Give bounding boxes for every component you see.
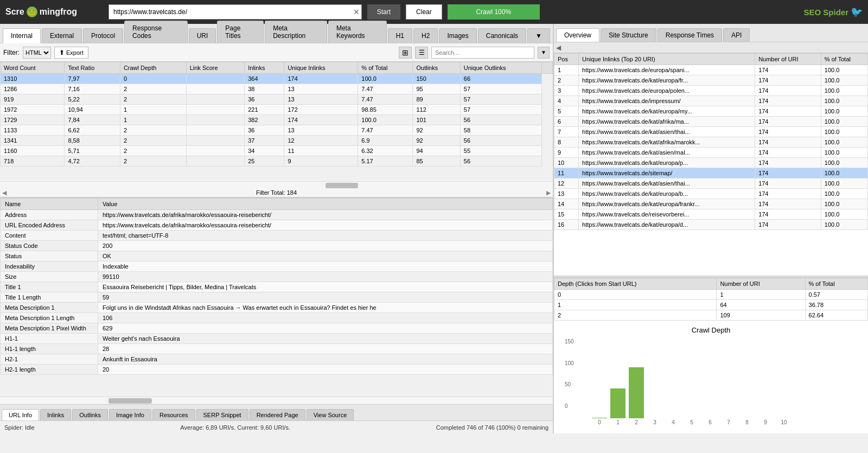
inlinks-row[interactable]: 15https://www.travelcats.de/reisevorbere… [554,209,868,220]
table-row[interactable]: 11336,62236137.479258 [1,125,553,136]
detail-row[interactable]: H1-1 length28 [1,344,553,354]
main-tab-meta-description[interactable]: Meta Description [265,21,327,43]
main-tab-response-codes[interactable]: Response Codes [124,21,188,43]
inlinks-col-pos: Pos [554,54,579,65]
scroll-left-arrow[interactable]: ◀ [2,189,7,196]
bottom-tab-url-info[interactable]: URL Info [2,409,39,420]
inlinks-row[interactable]: 13https://www.travelcats.de/kat/europa/b… [554,189,868,199]
status-center: Average: 6,89 URI/s. Current: 9,60 URI/s… [35,424,436,431]
inlinks-row[interactable]: 3https://www.travelcats.de/europa/polen.… [554,86,868,96]
main-layout: InternalExternalProtocolResponse CodesUR… [0,24,868,433]
url-input[interactable] [108,4,362,20]
inlinks-row[interactable]: 12https://www.travelcats.de/kat/asien/th… [554,178,868,189]
scroll-right-arrow[interactable]: ▶ [546,189,551,196]
search-input[interactable] [431,47,534,59]
detail-table-container: Name Value Addresshttps://www.travelcats… [0,198,553,397]
table-row[interactable]: 17297,841382174100.010156 [1,115,553,125]
bar-label: 6 [709,419,712,425]
y-axis-label: 50 [565,381,574,387]
detail-row[interactable]: H2-1 length20 [1,365,553,375]
bottom-tab-rendered-page[interactable]: Rendered Page [250,409,305,420]
detail-horizontal-scrollbar[interactable] [0,397,553,404]
inlinks-row[interactable]: 1https://www.travelcats.de/europa/spani.… [554,65,868,75]
main-tab-uri[interactable]: URI [189,28,216,43]
data-table: Word CountText RatioCrawl DepthLink Scor… [0,62,553,167]
depth-table-body: 010.5716436.78210962.64 [554,290,868,321]
inlinks-row[interactable]: 10https://www.travelcats.de/kat/europa/p… [554,158,868,168]
col-unique-inlinks: Unique Inlinks [284,62,358,74]
main-tab-▼[interactable]: ▼ [527,28,550,43]
inlinks-row[interactable]: 5https://www.travelcats.de/kat/europa/my… [554,106,868,117]
table-row[interactable]: 11605,71234116.329455 [1,146,553,156]
table-row[interactable]: 12867,16238137.479557 [1,84,553,94]
detail-row[interactable]: Title 1 Length59 [1,292,553,303]
view-toggle-list[interactable]: ☰ [415,47,428,59]
bottom-tab-image-info[interactable]: Image Info [109,409,151,420]
inlinks-row[interactable]: 9https://www.travelcats.de/kat/asien/mal… [554,148,868,158]
detail-row[interactable]: Title 1Essaouira Reisebericht | Tipps, B… [1,282,553,292]
inlinks-row[interactable]: 2https://www.travelcats.de/kat/europa/fr… [554,75,868,86]
horizontal-scrollbar[interactable] [0,181,553,189]
inlinks-row[interactable]: 16https://www.travelcats.de/kat/europa/d… [554,220,868,230]
table-row[interactable]: 9195,22236137.478957 [1,94,553,105]
main-tab-internal[interactable]: Internal [3,28,41,43]
detail-row[interactable]: Meta Description 1Folgt uns in die Winds… [1,303,553,313]
inlinks-row[interactable]: 4https://www.travelcats.de/impressum/174… [554,96,868,106]
bottom-tab-inlinks[interactable]: Inlinks [40,409,71,420]
filter-select[interactable]: HTML All [23,47,51,59]
detail-row[interactable]: Size99110 [1,272,553,282]
inlinks-row[interactable]: 14https://www.travelcats.de/kat/europa/f… [554,199,868,209]
main-tab-protocol[interactable]: Protocol [83,28,123,43]
start-button[interactable]: Start [367,4,400,20]
right-tab-site-structure[interactable]: Site Structure [601,28,656,42]
right-tab-overview[interactable]: Overview [556,28,599,42]
detail-row[interactable]: H1-1Weiter geht's nach Essaouira [1,334,553,344]
table-row[interactable]: 13418,58237126.99256 [1,136,553,146]
inlinks-row[interactable]: 11https://www.travelcats.de/sitemap/1741… [554,168,868,178]
detail-row[interactable]: H2-1Ankunft in Essaouira [1,354,553,365]
bottom-tab-serp-snippet[interactable]: SERP Snippet [196,409,248,420]
detail-row[interactable]: Meta Description 1 Length106 [1,313,553,323]
inlinks-row[interactable]: 6https://www.travelcats.de/kat/afrika/ma… [554,117,868,127]
main-tab-h2[interactable]: H2 [413,28,438,43]
detail-row[interactable]: URL Encoded Addresshttps://www.travelcat… [1,220,553,231]
inlinks-table-header: PosUnique Inlinks (Top 20 URI)Number of … [554,54,868,65]
table-row[interactable]: 197210,94122117298.8511257 [1,105,553,115]
right-tab-api[interactable]: API [723,28,750,42]
main-tab-page-titles[interactable]: Page Titles [217,21,264,43]
main-tab-images[interactable]: Images [439,28,476,43]
crawl-button[interactable]: Crawl 100% [448,4,540,20]
collapse-left-icon[interactable]: ◀ [556,44,561,52]
detail-row[interactable]: StatusOK [1,251,553,261]
main-tab-bar: InternalExternalProtocolResponse CodesUR… [0,24,553,43]
clear-button[interactable]: Clear [406,4,442,20]
bottom-tab-outlinks[interactable]: Outlinks [72,409,108,420]
detail-row[interactable]: Status Code200 [1,241,553,251]
detail-row[interactable]: Meta Description 1 Pixel Width629 [1,323,553,334]
detail-row[interactable]: Contenttext/html; charset=UTF-8 [1,231,553,241]
detail-row[interactable]: IndexabilityIndexable [1,261,553,272]
search-dropdown-button[interactable]: ▼ [538,47,550,59]
main-tab-external[interactable]: External [42,28,82,43]
main-tab-canonicals[interactable]: Canonicals [478,28,526,43]
logo: Scre 🐸 mingfrog [5,7,103,17]
table-row[interactable]: 13107,970364174100.015066 [1,74,553,84]
view-toggle-structure[interactable]: ⊞ [399,47,412,59]
depth-row: 010.57 [554,290,868,300]
col-crawl-depth: Crawl Depth [120,62,186,74]
inlinks-row[interactable]: 7https://www.travelcats.de/kat/asien/tha… [554,127,868,137]
bar-label: 3 [653,419,656,425]
data-table-body: 13107,970364174100.01506612867,16238137.… [1,74,553,167]
bar-label: 7 [727,419,730,425]
main-tab-h1[interactable]: H1 [388,28,412,43]
bottom-tab-resources[interactable]: Resources [152,409,195,420]
url-clear-button[interactable]: ✕ [353,8,360,16]
bar-label: 8 [745,419,749,425]
main-tab-meta-keywords[interactable]: Meta Keywords [328,21,387,43]
right-tab-response-times[interactable]: Response Times [658,28,722,42]
bottom-tab-view-source[interactable]: View Source [307,409,354,420]
inlinks-row[interactable]: 8https://www.travelcats.de/kat/afrika/ma… [554,137,868,148]
table-row[interactable]: 7184,7222595.178556 [1,156,553,167]
detail-row[interactable]: Addresshttps://www.travelcats.de/afrika/… [1,210,553,220]
export-button[interactable]: ⬆ Export [54,47,88,59]
